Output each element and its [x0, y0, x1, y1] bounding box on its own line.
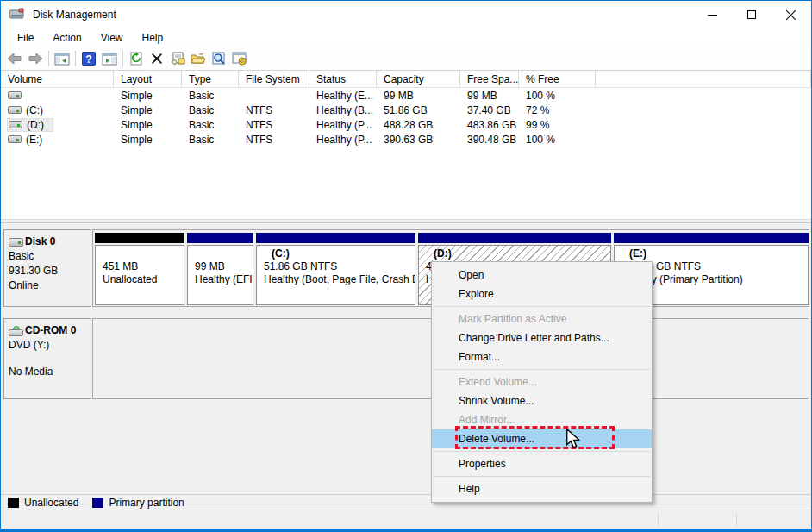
volume-free-space: 390.48 GB — [460, 134, 519, 146]
partition-size: 51.86 GB NTFS — [264, 260, 415, 273]
column-header-type[interactable]: Type — [182, 71, 239, 87]
column-header-layout[interactable]: Layout — [114, 71, 182, 87]
window-title: Disk Management — [33, 9, 116, 21]
volume-status: Healthy (P... — [309, 134, 377, 146]
column-header-volume[interactable]: Volume — [1, 71, 114, 87]
column-header-status[interactable]: Status — [309, 71, 377, 87]
toolbar: ? — [1, 47, 811, 71]
menu-item-shrink-volume[interactable]: Shrink Volume... — [432, 391, 652, 410]
close-button[interactable] — [771, 1, 811, 28]
open-folder-icon[interactable] — [188, 49, 209, 68]
menu-view[interactable]: View — [93, 30, 131, 46]
status-bar-divider — [658, 513, 659, 527]
graphical-view-pane: Disk 0 Basic 931.30 GB Online 451 MB Una… — [1, 223, 811, 494]
volume-capacity: 390.63 GB — [377, 134, 460, 146]
volume-file-system: NTFS — [239, 119, 309, 131]
volume-file-system: NTFS — [239, 104, 309, 116]
action-pane-icon[interactable] — [99, 49, 120, 68]
volume-capacity: 488.28 GB — [377, 119, 460, 131]
table-row[interactable]: (C:) Simple Basic NTFS Healthy (B... 51.… — [1, 103, 811, 117]
menu-item-change-drive-letter[interactable]: Change Drive Letter and Paths... — [432, 329, 652, 347]
legend-bar: Unallocated Primary partition — [1, 494, 811, 510]
maximize-button[interactable] — [732, 1, 771, 28]
partition-status: Unallocated — [103, 273, 184, 286]
title-bar: Disk Management — [1, 1, 811, 28]
volume-drive-icon — [8, 135, 22, 143]
forward-icon[interactable] — [25, 49, 46, 68]
volume-capacity: 99 MB — [377, 90, 460, 102]
svg-text:?: ? — [85, 53, 91, 66]
window-controls — [692, 1, 811, 28]
red-dashed-highlight — [455, 426, 615, 449]
volume-status: Healthy (E... — [309, 90, 377, 102]
partition-c[interactable]: (C:) 51.86 GB NTFS Healthy (Boot, Page F… — [256, 230, 415, 306]
volume-pct-free: 99 % — [519, 119, 596, 131]
table-row[interactable]: Simple Basic Healthy (E... 99 MB 99 MB 1… — [1, 88, 811, 103]
partition-efi[interactable]: 99 MB Healthy (EFI — [187, 230, 253, 306]
volume-name: (D:) — [27, 119, 44, 131]
refresh-icon[interactable] — [126, 49, 147, 68]
menu-item-help[interactable]: Help — [432, 479, 652, 498]
partition-status: Healthy (EFI — [195, 273, 253, 286]
menu-item-properties[interactable]: Properties — [432, 454, 652, 473]
console-tree-icon[interactable] — [52, 49, 72, 68]
volume-type: Basic — [182, 104, 239, 116]
partition-unallocated[interactable]: 451 MB Unallocated — [95, 230, 184, 306]
volume-pct-free: 100 % — [519, 134, 596, 146]
menu-item-open[interactable]: Open — [432, 266, 652, 285]
column-header-filler — [596, 71, 811, 87]
volume-status: Healthy (B... — [309, 104, 377, 116]
legend-unallocated-label: Unallocated — [24, 497, 78, 509]
toolbar-separator — [48, 51, 49, 66]
menu-separator — [434, 476, 650, 477]
minimize-button[interactable] — [692, 1, 732, 28]
column-header-free-space[interactable]: Free Spa... — [460, 71, 519, 87]
column-header-file-system[interactable]: File System — [239, 71, 309, 87]
menu-item-format[interactable]: Format... — [432, 347, 652, 366]
menu-item-extend-volume: Extend Volume... — [432, 372, 652, 391]
partition-status: Healthy (Boot, Page File, Crash D — [264, 273, 415, 286]
volume-layout: Simple — [114, 90, 182, 102]
close-icon — [786, 9, 796, 20]
mouse-cursor-icon — [565, 429, 583, 452]
column-header-pct-free[interactable]: % Free — [519, 71, 596, 87]
disk0-info-box[interactable]: Disk 0 Basic 931.30 GB Online — [3, 229, 91, 307]
partition-color-bar — [256, 233, 415, 243]
help-icon[interactable]: ? — [78, 49, 99, 68]
menu-item-explore[interactable]: Explore — [432, 285, 652, 304]
maximize-icon — [747, 10, 756, 19]
table-row[interactable]: (E:) Simple Basic NTFS Healthy (P... 390… — [1, 132, 811, 147]
volume-name: (C:) — [26, 104, 43, 116]
partition-size: 99 MB — [195, 260, 253, 273]
volume-layout: Simple — [114, 134, 182, 146]
volume-pct-free: 100 % — [519, 90, 596, 102]
cdrom-info-box[interactable]: CD-ROM 0 DVD (Y:) No Media — [3, 318, 91, 399]
partition-label: (E:) — [621, 247, 808, 260]
menu-separator — [434, 306, 650, 307]
settings-icon[interactable] — [229, 49, 250, 68]
menu-separator — [434, 451, 650, 452]
volume-list-pane: Volume Layout Type File System Status Ca… — [1, 71, 811, 219]
volume-type: Basic — [182, 90, 239, 102]
disk0-type: Basic — [9, 249, 87, 264]
disk0-status: Online — [9, 279, 87, 293]
back-icon[interactable] — [4, 49, 25, 68]
primary-partition-swatch-icon — [92, 498, 103, 508]
menu-help[interactable]: Help — [134, 30, 172, 46]
cdrom-icon — [9, 326, 23, 336]
delete-icon[interactable] — [147, 49, 167, 68]
menu-file[interactable]: File — [9, 30, 41, 46]
table-row-selected[interactable]: (D:) Simple Basic NTFS Healthy (P... 488… — [1, 117, 811, 132]
column-header-capacity[interactable]: Capacity — [377, 71, 460, 87]
context-menu: Open Explore Mark Partition as Active Ch… — [431, 261, 653, 503]
partition-color-bar — [95, 233, 184, 243]
volume-drive-icon — [8, 106, 22, 114]
properties-icon[interactable] — [167, 49, 188, 68]
disk0-capacity: 931.30 GB — [9, 264, 87, 279]
volume-free-space: 37.40 GB — [460, 104, 519, 116]
zoom-icon[interactable] — [209, 49, 229, 68]
volume-pct-free: 72 % — [519, 104, 596, 116]
volume-type: Basic — [182, 119, 239, 131]
volume-name: (E:) — [26, 134, 42, 146]
menu-action[interactable]: Action — [45, 30, 89, 46]
